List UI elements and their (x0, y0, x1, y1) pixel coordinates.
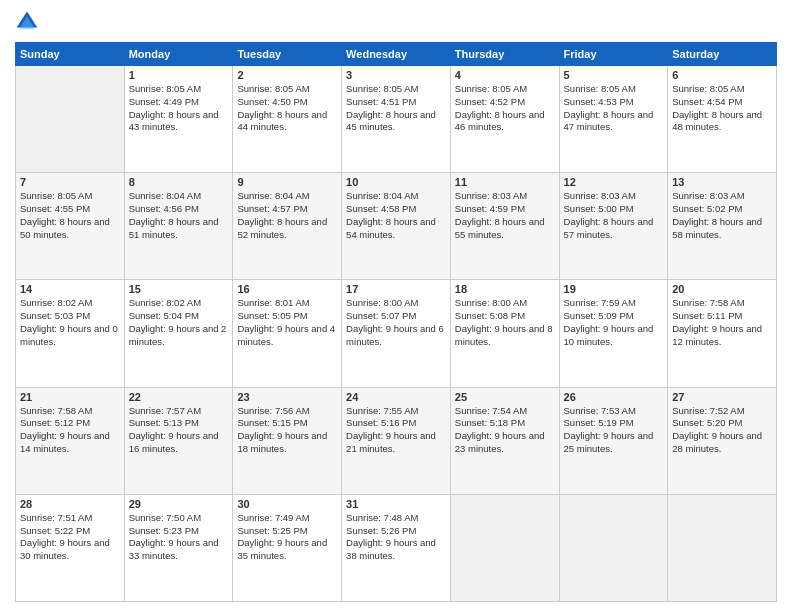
day-info: Sunrise: 8:05 AM Sunset: 4:54 PM Dayligh… (672, 83, 772, 134)
calendar-cell (559, 494, 668, 601)
calendar-cell (450, 494, 559, 601)
day-number: 2 (237, 69, 337, 81)
calendar-cell: 31 Sunrise: 7:48 AM Sunset: 5:26 PM Dayl… (342, 494, 451, 601)
calendar-cell: 1 Sunrise: 8:05 AM Sunset: 4:49 PM Dayli… (124, 66, 233, 173)
calendar-body: 1 Sunrise: 8:05 AM Sunset: 4:49 PM Dayli… (16, 66, 777, 602)
day-info: Sunrise: 7:52 AM Sunset: 5:20 PM Dayligh… (672, 405, 772, 456)
day-info: Sunrise: 7:58 AM Sunset: 5:11 PM Dayligh… (672, 297, 772, 348)
calendar-cell: 10 Sunrise: 8:04 AM Sunset: 4:58 PM Dayl… (342, 173, 451, 280)
sunrise: Sunrise: 8:04 AM (346, 190, 418, 201)
day-info: Sunrise: 7:58 AM Sunset: 5:12 PM Dayligh… (20, 405, 120, 456)
calendar-cell: 27 Sunrise: 7:52 AM Sunset: 5:20 PM Dayl… (668, 387, 777, 494)
sunrise: Sunrise: 7:54 AM (455, 405, 527, 416)
daylight: Daylight: 8 hours and 54 minutes. (346, 216, 436, 240)
day-info: Sunrise: 8:03 AM Sunset: 4:59 PM Dayligh… (455, 190, 555, 241)
day-number: 17 (346, 283, 446, 295)
day-info: Sunrise: 8:05 AM Sunset: 4:50 PM Dayligh… (237, 83, 337, 134)
sunrise: Sunrise: 7:57 AM (129, 405, 201, 416)
day-number: 27 (672, 391, 772, 403)
calendar-cell: 16 Sunrise: 8:01 AM Sunset: 5:05 PM Dayl… (233, 280, 342, 387)
day-info: Sunrise: 8:05 AM Sunset: 4:53 PM Dayligh… (564, 83, 664, 134)
daylight: Daylight: 9 hours and 23 minutes. (455, 430, 545, 454)
day-info: Sunrise: 7:54 AM Sunset: 5:18 PM Dayligh… (455, 405, 555, 456)
daylight: Daylight: 9 hours and 30 minutes. (20, 537, 110, 561)
day-number: 1 (129, 69, 229, 81)
calendar-header: SundayMondayTuesdayWednesdayThursdayFrid… (16, 43, 777, 66)
day-number: 3 (346, 69, 446, 81)
day-number: 13 (672, 176, 772, 188)
calendar-cell: 14 Sunrise: 8:02 AM Sunset: 5:03 PM Dayl… (16, 280, 125, 387)
day-info: Sunrise: 8:03 AM Sunset: 5:02 PM Dayligh… (672, 190, 772, 241)
day-number: 20 (672, 283, 772, 295)
sunrise: Sunrise: 8:05 AM (129, 83, 201, 94)
day-info: Sunrise: 7:57 AM Sunset: 5:13 PM Dayligh… (129, 405, 229, 456)
sunrise: Sunrise: 7:51 AM (20, 512, 92, 523)
daylight: Daylight: 8 hours and 55 minutes. (455, 216, 545, 240)
calendar-cell: 22 Sunrise: 7:57 AM Sunset: 5:13 PM Dayl… (124, 387, 233, 494)
logo-icon (15, 10, 39, 34)
sunrise: Sunrise: 8:03 AM (455, 190, 527, 201)
daylight: Daylight: 8 hours and 45 minutes. (346, 109, 436, 133)
daylight: Daylight: 8 hours and 51 minutes. (129, 216, 219, 240)
sunrise: Sunrise: 7:58 AM (20, 405, 92, 416)
day-info: Sunrise: 7:56 AM Sunset: 5:15 PM Dayligh… (237, 405, 337, 456)
sunrise: Sunrise: 8:05 AM (455, 83, 527, 94)
calendar-cell: 29 Sunrise: 7:50 AM Sunset: 5:23 PM Dayl… (124, 494, 233, 601)
calendar-cell: 5 Sunrise: 8:05 AM Sunset: 4:53 PM Dayli… (559, 66, 668, 173)
weekday-header: Tuesday (233, 43, 342, 66)
day-info: Sunrise: 8:02 AM Sunset: 5:03 PM Dayligh… (20, 297, 120, 348)
daylight: Daylight: 9 hours and 16 minutes. (129, 430, 219, 454)
sunrise: Sunrise: 8:05 AM (20, 190, 92, 201)
calendar-week-row: 1 Sunrise: 8:05 AM Sunset: 4:49 PM Dayli… (16, 66, 777, 173)
sunrise: Sunrise: 8:02 AM (20, 297, 92, 308)
daylight: Daylight: 8 hours and 48 minutes. (672, 109, 762, 133)
sunset: Sunset: 5:22 PM (20, 525, 90, 536)
weekday-header: Wednesday (342, 43, 451, 66)
day-info: Sunrise: 8:05 AM Sunset: 4:49 PM Dayligh… (129, 83, 229, 134)
sunrise: Sunrise: 8:05 AM (237, 83, 309, 94)
day-info: Sunrise: 8:04 AM Sunset: 4:57 PM Dayligh… (237, 190, 337, 241)
page: SundayMondayTuesdayWednesdayThursdayFrid… (0, 0, 792, 612)
sunset: Sunset: 5:07 PM (346, 310, 416, 321)
daylight: Daylight: 9 hours and 28 minutes. (672, 430, 762, 454)
day-info: Sunrise: 8:03 AM Sunset: 5:00 PM Dayligh… (564, 190, 664, 241)
sunset: Sunset: 5:18 PM (455, 417, 525, 428)
daylight: Daylight: 9 hours and 0 minutes. (20, 323, 118, 347)
daylight: Daylight: 9 hours and 18 minutes. (237, 430, 327, 454)
sunset: Sunset: 5:08 PM (455, 310, 525, 321)
weekday-header: Sunday (16, 43, 125, 66)
day-info: Sunrise: 7:59 AM Sunset: 5:09 PM Dayligh… (564, 297, 664, 348)
weekday-header: Friday (559, 43, 668, 66)
calendar-cell: 19 Sunrise: 7:59 AM Sunset: 5:09 PM Dayl… (559, 280, 668, 387)
sunset: Sunset: 4:53 PM (564, 96, 634, 107)
day-number: 8 (129, 176, 229, 188)
day-info: Sunrise: 7:55 AM Sunset: 5:16 PM Dayligh… (346, 405, 446, 456)
calendar-cell: 7 Sunrise: 8:05 AM Sunset: 4:55 PM Dayli… (16, 173, 125, 280)
calendar-cell (16, 66, 125, 173)
sunset: Sunset: 4:50 PM (237, 96, 307, 107)
calendar-cell: 20 Sunrise: 7:58 AM Sunset: 5:11 PM Dayl… (668, 280, 777, 387)
sunset: Sunset: 4:58 PM (346, 203, 416, 214)
day-info: Sunrise: 8:05 AM Sunset: 4:52 PM Dayligh… (455, 83, 555, 134)
day-info: Sunrise: 7:50 AM Sunset: 5:23 PM Dayligh… (129, 512, 229, 563)
daylight: Daylight: 9 hours and 4 minutes. (237, 323, 335, 347)
day-number: 15 (129, 283, 229, 295)
sunset: Sunset: 5:20 PM (672, 417, 742, 428)
daylight: Daylight: 8 hours and 46 minutes. (455, 109, 545, 133)
day-info: Sunrise: 8:04 AM Sunset: 4:56 PM Dayligh… (129, 190, 229, 241)
calendar-week-row: 21 Sunrise: 7:58 AM Sunset: 5:12 PM Dayl… (16, 387, 777, 494)
logo (15, 10, 43, 34)
day-number: 30 (237, 498, 337, 510)
calendar-cell: 17 Sunrise: 8:00 AM Sunset: 5:07 PM Dayl… (342, 280, 451, 387)
daylight: Daylight: 9 hours and 21 minutes. (346, 430, 436, 454)
day-number: 9 (237, 176, 337, 188)
sunrise: Sunrise: 8:00 AM (346, 297, 418, 308)
day-number: 22 (129, 391, 229, 403)
day-info: Sunrise: 8:02 AM Sunset: 5:04 PM Dayligh… (129, 297, 229, 348)
calendar-cell: 11 Sunrise: 8:03 AM Sunset: 4:59 PM Dayl… (450, 173, 559, 280)
day-info: Sunrise: 8:05 AM Sunset: 4:51 PM Dayligh… (346, 83, 446, 134)
day-number: 28 (20, 498, 120, 510)
calendar-week-row: 14 Sunrise: 8:02 AM Sunset: 5:03 PM Dayl… (16, 280, 777, 387)
day-number: 24 (346, 391, 446, 403)
calendar-cell: 4 Sunrise: 8:05 AM Sunset: 4:52 PM Dayli… (450, 66, 559, 173)
